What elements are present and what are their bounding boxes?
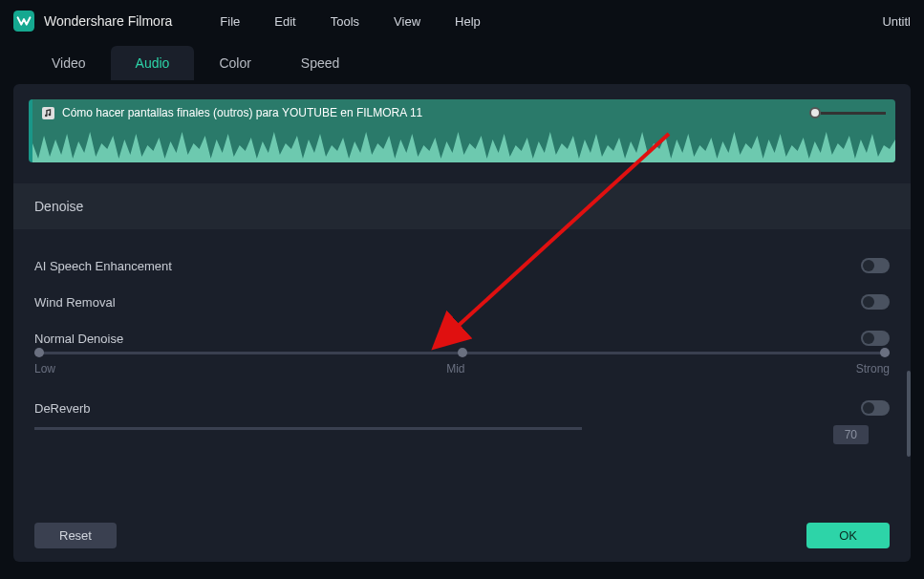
document-title: Untitl [882,14,911,29]
label-wind-removal: Wind Removal [34,295,861,310]
slider-handle[interactable] [809,107,821,118]
menu-view[interactable]: View [394,14,420,29]
slider-marker-mid [458,348,467,357]
titlebar: Wondershare Filmora File Edit Tools View… [0,0,924,42]
toggle-knob [863,332,874,344]
app-logo-icon [13,11,34,32]
row-normal-denoise: Normal Denoise [34,331,890,346]
row-wind-removal: Wind Removal [34,294,890,310]
slider-label-mid: Mid [446,362,464,375]
scrollbar[interactable] [907,371,911,457]
tab-audio[interactable]: Audio [111,46,195,80]
panel-scroll[interactable]: Cómo hacer pantallas finales (outros) pa… [13,84,911,509]
menu-file[interactable]: File [220,14,240,29]
property-tabs: Video Audio Color Speed [0,42,924,84]
panel-footer: Reset OK [13,509,911,562]
tab-speed[interactable]: Speed [276,46,364,80]
tab-color[interactable]: Color [194,46,275,80]
clip-header: Cómo hacer pantallas finales (outros) pa… [32,99,895,126]
menu-tools[interactable]: Tools [331,14,359,29]
reset-button[interactable]: Reset [34,523,117,548]
toggle-dereverb[interactable] [861,400,890,416]
row-ai-speech: AI Speech Enhancement [34,258,890,273]
denoise-settings: AI Speech Enhancement Wind Removal Norma… [13,229,911,444]
toggle-knob [863,260,874,271]
audio-panel: Cómo hacer pantallas finales (outros) pa… [13,84,911,562]
dereverb-value: 70 [833,425,869,444]
ok-button[interactable]: OK [806,523,890,548]
menu-help[interactable]: Help [455,14,481,29]
toggle-ai-speech[interactable] [861,258,890,273]
tab-video[interactable]: Video [27,46,111,80]
toggle-knob [863,296,874,308]
label-dereverb: DeReverb [34,401,861,416]
toggle-wind-removal[interactable] [861,294,890,310]
menu-edit[interactable]: Edit [274,14,295,29]
row-dereverb: DeReverb [34,400,890,416]
menu-bar: File Edit Tools View Help [220,14,480,29]
dereverb-slider[interactable] [34,427,582,430]
music-icon [42,107,54,119]
slider-marker-low [34,348,44,357]
slider-marker-strong [880,348,890,357]
toggle-normal-denoise[interactable] [861,331,890,346]
section-denoise-header[interactable]: Denoise [13,183,911,229]
label-normal-denoise: Normal Denoise [34,332,861,346]
clip-title: Cómo hacer pantallas finales (outros) pa… [62,106,809,119]
audio-clip[interactable]: Cómo hacer pantallas finales (outros) pa… [29,99,895,162]
slider-track [34,352,890,354]
slider-labels: Low Mid Strong [34,362,890,375]
waveform [32,126,895,162]
slider-label-low: Low [34,362,55,375]
toggle-knob [863,402,874,414]
label-ai-speech: AI Speech Enhancement [34,259,861,273]
slider-label-strong: Strong [856,362,890,375]
app-name: Wondershare Filmora [44,13,172,29]
clip-volume-slider[interactable] [809,107,886,118]
normal-denoise-slider[interactable]: Low Mid Strong [34,352,890,375]
slider-track [821,112,886,115]
